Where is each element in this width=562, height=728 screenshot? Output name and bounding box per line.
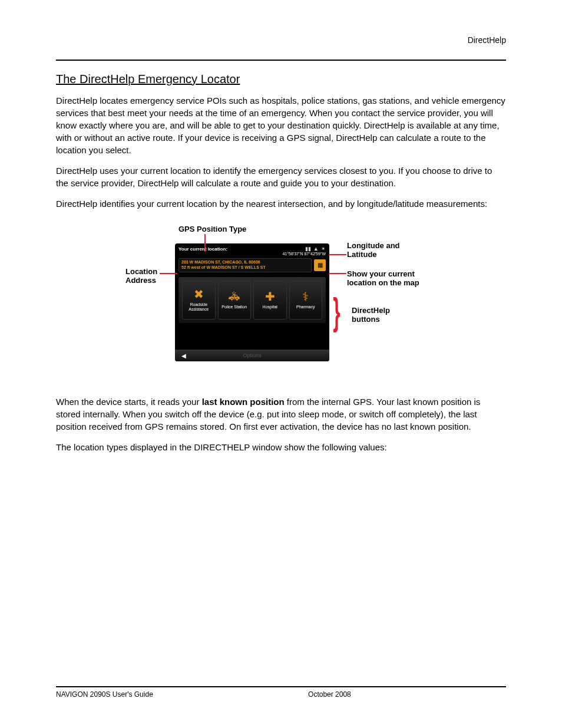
address-row: 203 W MADISON ST, CHICAGO, IL 60606 52 f… [175,256,329,275]
page-footer: NAVIGON 2090S User's Guide October 2008 [56,686,506,699]
callout-loc-1: Location [125,267,157,276]
battery-icon: ▮▮ [305,246,311,252]
satellite-icon: ✶ [321,246,326,252]
police-station-button[interactable]: 🚓︎ Police Station [218,281,252,319]
brace-icon: } [333,293,340,331]
back-button[interactable]: ◀ [175,353,193,359]
footer-center: October 2008 [308,690,351,699]
device-screenshot: Your current location: ▮▮ ▲ ✶ 41°58'37"N… [175,243,329,361]
callout-show-2: location on the map [347,278,419,287]
paragraph-3: DirectHelp identifies your current locat… [56,197,506,210]
callout-loc-2: Address [125,276,156,285]
callout-dh-1: DirectHelp [352,306,390,315]
paragraph-5: The location types displayed in the DIRE… [56,441,506,453]
show-on-map-button[interactable]: ▦ [314,259,326,271]
paragraph-1: DirectHelp locates emergency service POI… [56,94,506,156]
footer-bar: ◀ Options [175,350,329,361]
document-page: DirectHelp The DirectHelp Emergency Loca… [0,0,562,728]
pharmacy-icon: ⚕ [302,291,309,302]
figure: GPS Position Type Longitude and Latitude… [57,225,505,372]
callout-line [204,234,206,252]
options-button[interactable]: Options [193,353,312,358]
callout-lonlat-1: Longitude and [347,241,400,250]
callout-show-1: Show your current [347,269,415,278]
warning-icon: ▲ [313,246,319,252]
callout-dh-2: buttons [352,315,380,324]
section-heading: The DirectHelp Emergency Locator [56,73,506,86]
paragraph-2: DirectHelp uses your current location to… [56,164,506,189]
directhelp-buttons: ✖ Roadside Assistance 🚓︎ Police Station … [178,277,326,323]
hospital-button[interactable]: ✚ Hospital [253,281,287,319]
callout-line [329,273,346,274]
address-line-2: 52 ft west of W MADISON ST / S WELLS ST [181,265,309,271]
callout-line [329,254,346,255]
pharmacy-button[interactable]: ⚕ Pharmacy [289,281,323,319]
screen-title: Your current location: [178,246,227,252]
callout-line [160,273,177,274]
address-line-1: 203 W MADISON ST, CHICAGO, IL 60606 [181,260,309,265]
address-box: 203 W MADISON ST, CHICAGO, IL 60606 52 f… [178,258,312,272]
status-icons: ▮▮ ▲ ✶ [304,246,326,252]
map-icon: ▦ [318,262,323,268]
callout-lonlat-2: Latitude [347,250,377,259]
callout-gps: GPS Position Type [178,225,246,233]
hospital-icon: ✚ [265,291,275,302]
footer-left: NAVIGON 2090S User's Guide [56,690,153,699]
header-rule [56,60,506,61]
wrench-icon: ✖ [194,288,204,300]
police-car-icon: 🚓︎ [229,291,240,302]
roadside-assistance-button[interactable]: ✖ Roadside Assistance [182,281,216,319]
paragraph-4: When the device starts, it reads your la… [56,396,506,433]
coordinates: 41°58'37"N 87°42'59"W [175,252,329,256]
header-right: DirectHelp [56,35,506,45]
